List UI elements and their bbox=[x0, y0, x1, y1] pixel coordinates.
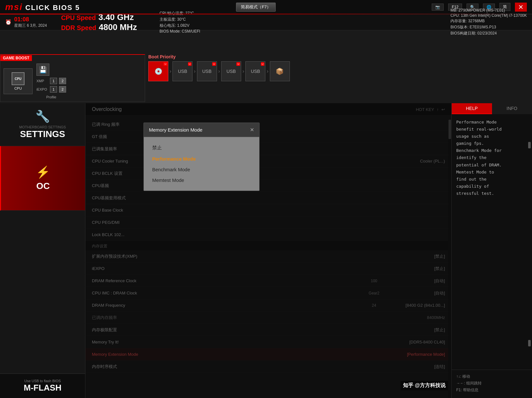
arrow-2: › bbox=[194, 68, 195, 74]
time-display: 01:08 bbox=[14, 16, 47, 23]
settings-label: SETTINGS bbox=[20, 129, 65, 139]
mflash-main: M-FLASH bbox=[5, 383, 80, 393]
sidebar-mflash[interactable]: Use USB to flash BIOS M-FLASH bbox=[0, 373, 85, 398]
nav-move: ↑↓: 移动 bbox=[456, 374, 527, 379]
modal-option-performance[interactable]: Performance Mode bbox=[150, 154, 253, 164]
tab-info[interactable]: INFO bbox=[492, 103, 532, 114]
clock-info: ⏰ 01:08 星期三 6 3月, 2024 bbox=[5, 16, 47, 28]
modal-memory-extension: Memory Extension Mode ✕ 禁止 Performance M… bbox=[143, 123, 260, 191]
oc-label: OC bbox=[36, 181, 50, 191]
clock-icon: ⏰ bbox=[5, 19, 12, 25]
cpu-label: CPU bbox=[14, 86, 22, 90]
tab-help[interactable]: HELP bbox=[452, 103, 492, 114]
game-boost-label: GAME BOOST bbox=[0, 55, 32, 61]
help-content: Performance Mode benefit real-world usag… bbox=[452, 114, 532, 202]
cpu-chip-icon: CPU bbox=[12, 72, 25, 85]
profile-label: Profile bbox=[36, 95, 66, 99]
sidebar: 🔧 Motherboard settings SETTINGS ⚡ OC Use… bbox=[0, 103, 85, 398]
boot-device-usb2[interactable]: U USB bbox=[197, 61, 217, 81]
settings-sublabel: Motherboard settings bbox=[19, 125, 66, 129]
logo-msi: msi bbox=[5, 2, 23, 12]
modal-option-memtest[interactable]: Memtest Mode bbox=[150, 175, 253, 185]
boot-priority-title: Boot Priority bbox=[148, 54, 322, 59]
boot-device-disk[interactable]: 📦 bbox=[270, 61, 290, 81]
ddr-speed-label: DDR Speed 4800 MHz bbox=[61, 23, 137, 32]
settings-icon: 🔧 bbox=[35, 110, 50, 123]
status-bar: ⏰ 01:08 星期三 6 3月, 2024 CPU Speed 3.40 GH… bbox=[0, 14, 532, 30]
iexpo-row: iEXPO 1 2 bbox=[36, 86, 66, 93]
modal-header: Memory Extension Mode ✕ bbox=[144, 123, 259, 137]
sys-info-right: MB: Z790MPOWER (MS-7E01) CPU: 13th Gen I… bbox=[450, 8, 527, 36]
date-display: 星期三 6 3月, 2024 bbox=[14, 23, 47, 28]
top-red-accent bbox=[0, 14, 532, 15]
nav-jump: →←: 组间跳转 bbox=[456, 381, 527, 386]
game-boost-content: CPU CPU 💾 XMP 1 2 iEXPO 1 2 Profile bbox=[0, 61, 145, 102]
oc-icon: ⚡ bbox=[36, 165, 50, 179]
cpu-icon-box[interactable]: CPU CPU bbox=[4, 68, 33, 94]
arrow-3: › bbox=[218, 68, 220, 74]
xmp-row: XMP 1 2 bbox=[36, 78, 66, 84]
ram-icon: 💾 bbox=[36, 64, 49, 76]
modal-close-button[interactable]: ✕ bbox=[250, 127, 254, 133]
modal-overlay: Memory Extension Mode ✕ 禁止 Performance M… bbox=[85, 103, 451, 398]
clock-display: 01:08 星期三 6 3月, 2024 bbox=[14, 16, 47, 28]
watermark: 知乎 @方方科技说 bbox=[400, 381, 448, 390]
right-panel-footer: ↑↓: 移动 →←: 组间跳转 F1: 帮助信息 bbox=[452, 370, 532, 398]
right-scrollbar bbox=[528, 142, 531, 346]
boot-priority-section: Boot Priority U 💿 › U USB › U USB › U US… bbox=[148, 54, 322, 81]
boot-device-usb3[interactable]: U USB bbox=[221, 61, 241, 81]
f1-help: F1: 帮助信息 bbox=[456, 387, 527, 393]
modal-option-disable[interactable]: 禁止 bbox=[150, 142, 253, 154]
right-panel: HELP INFO Performance Mode benefit real-… bbox=[451, 103, 532, 398]
xmp-label: XMP bbox=[36, 79, 48, 83]
arrow-4: › bbox=[242, 68, 244, 74]
boot-device-usb4[interactable]: U USB bbox=[245, 61, 265, 81]
arrow-1: › bbox=[170, 68, 171, 74]
iexpo-btn-2[interactable]: 2 bbox=[59, 86, 66, 93]
boot-device-usb1[interactable]: U USB bbox=[172, 61, 192, 81]
modal-title: Memory Extension Mode bbox=[149, 127, 202, 133]
right-panel-tabs: HELP INFO bbox=[452, 103, 532, 114]
iexpo-btn-1[interactable]: 1 bbox=[50, 86, 57, 93]
xmp-btn-2[interactable]: 2 bbox=[59, 78, 66, 84]
boot-devices: U 💿 › U USB › U USB › U USB › U USB › 📦 bbox=[148, 61, 322, 81]
xmp-section: 💾 XMP 1 2 iEXPO 1 2 Profile bbox=[36, 64, 66, 99]
sidebar-item-settings[interactable]: 🔧 Motherboard settings SETTINGS bbox=[0, 103, 85, 146]
sidebar-item-oc[interactable]: ⚡ OC bbox=[0, 146, 85, 211]
mflash-sub: Use USB to flash BIOS bbox=[5, 379, 80, 383]
boot-device-dvd[interactable]: U 💿 bbox=[148, 61, 168, 81]
game-boost-bar: GAME BOOST CPU CPU 💾 XMP 1 2 iEXPO 1 2 P… bbox=[0, 54, 145, 102]
modal-body: 禁止 Performance Mode Benchmark Mode Memte… bbox=[144, 137, 259, 191]
modal-option-benchmark[interactable]: Benchmark Mode bbox=[150, 164, 253, 175]
xmp-btn-1[interactable]: 1 bbox=[50, 78, 57, 84]
iexpo-label: iEXPO bbox=[36, 87, 48, 91]
arrow-5: › bbox=[267, 68, 268, 74]
